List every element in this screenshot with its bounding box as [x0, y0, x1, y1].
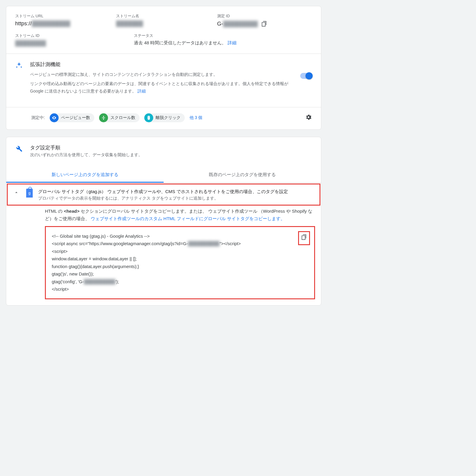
mouse-icon — [144, 113, 153, 122]
scroll-icon — [99, 113, 108, 122]
code-line: function gtag(){dataLayer.push(arguments… — [52, 263, 308, 270]
chip-pageview: ページビュー数 — [50, 113, 94, 122]
stream-url-label: ストリーム URL — [15, 13, 110, 19]
status-label: ステータス — [134, 33, 312, 38]
collapse-button[interactable] — [14, 190, 19, 197]
settings-button[interactable] — [305, 114, 312, 122]
measurement-id-label: 測定 ID — [217, 13, 312, 19]
code-line: gtag('config', 'G-██████████'); — [52, 278, 308, 286]
accordion-title: グローバル サイトタグ（gtag.js） ウェブサイト作成ツールや、CMS でホ… — [38, 188, 288, 195]
tab-existing-tag[interactable]: 既存のページ上のタグを使用する — [164, 168, 321, 183]
code-line: gtag('js', new Date()); — [52, 270, 308, 278]
measurement-id-value: G-█████████ — [217, 21, 312, 27]
accordion-subtitle: プロパティでデータの表示を開始するには、アナリティクス タグをウェブサイトに追加… — [38, 196, 288, 201]
measuring-label: 測定中: — [31, 115, 45, 120]
copy-icon — [301, 234, 307, 240]
wrench-icon — [15, 145, 23, 154]
tagging-card: タグ設定手順 次のいずれかの方法を使用して、データ収集を開始します。 新しいペー… — [6, 137, 321, 306]
tag-sub: 次のいずれかの方法を使用して、データ収集を開始します。 — [30, 152, 143, 158]
stream-name-field: ストリーム名 ███████ — [116, 13, 211, 27]
tag-tabs: 新しいページ上のタグを追加する 既存のページ上のタグを使用する — [6, 168, 321, 183]
code-line: <script> — [52, 248, 308, 255]
enhanced-desc-1: ページビューの標準測定に加え、サイトのコンテンツとのインタラクションを自動的に測… — [30, 71, 294, 78]
copy-code-button[interactable] — [298, 231, 310, 245]
chip-outbound: 離脱クリック — [144, 113, 185, 122]
chevron-up-icon — [14, 190, 19, 195]
tab-new-tag[interactable]: 新しいページ上のタグを追加する — [6, 168, 164, 183]
more-chips-link[interactable]: 他 3 個 — [190, 115, 203, 120]
measurement-id-field: 測定 ID G-█████████ — [217, 13, 312, 27]
tag-icon: g — [26, 189, 33, 198]
chip-scroll: スクロール数 — [99, 113, 140, 122]
code-line: <!-- Global site tag (gtag.js) - Google … — [52, 232, 308, 240]
enhanced-title: 拡張計測機能 — [30, 61, 294, 68]
code-line: </script> — [52, 285, 308, 293]
eye-icon — [50, 113, 59, 122]
stream-url-field: ストリーム URL https://██████████ — [15, 13, 110, 27]
tag-title: タグ設定手順 — [30, 144, 143, 151]
code-line: <script async src="https://www.googletag… — [52, 240, 308, 248]
stream-url-value: https://██████████ — [15, 21, 110, 27]
stream-details-card: ストリーム URL https://██████████ ストリーム名 ████… — [6, 6, 321, 130]
copy-measurement-id-button[interactable] — [261, 21, 267, 27]
gear-icon — [305, 114, 312, 121]
accordion-body-text: HTML の <head> セクションにグローバル サイトタグをコピーします。ま… — [45, 207, 315, 223]
status-text: 過去 48 時間に受信したデータはありません。 — [134, 40, 226, 45]
gtag-accordion-header: g グローバル サイトタグ（gtag.js） ウェブサイト作成ツールや、CMS … — [7, 184, 320, 206]
enhanced-desc-2: リンクや埋め込み動画などのページ上の要素のデータは、関連するイベントとともに収集… — [30, 80, 294, 95]
copy-icon — [261, 21, 267, 27]
enhanced-toggle[interactable] — [300, 73, 312, 79]
stream-id-value: ████████ — [15, 40, 104, 46]
status-details-link[interactable]: 詳細 — [228, 40, 237, 45]
status-field: ステータス 過去 48 時間に受信したデータはありません。 詳細 — [134, 33, 312, 46]
enhanced-details-link[interactable]: 詳細 — [137, 89, 146, 93]
cms-help-link[interactable]: ウェブサイト作成ツールのカスタム HTML フィールドにグローバル サイトタグを… — [91, 216, 285, 221]
stream-name-label: ストリーム名 — [116, 13, 211, 19]
stream-name-value: ███████ — [116, 21, 211, 27]
code-line: window.dataLayer = window.dataLayer || [… — [52, 255, 308, 263]
sparkle-icon — [15, 61, 23, 71]
stream-id-label: ストリーム ID — [15, 33, 104, 38]
svg-point-0 — [54, 117, 55, 118]
stream-id-field: ストリーム ID ████████ — [15, 33, 104, 46]
code-snippet[interactable]: <!-- Global site tag (gtag.js) - Google … — [45, 226, 315, 299]
